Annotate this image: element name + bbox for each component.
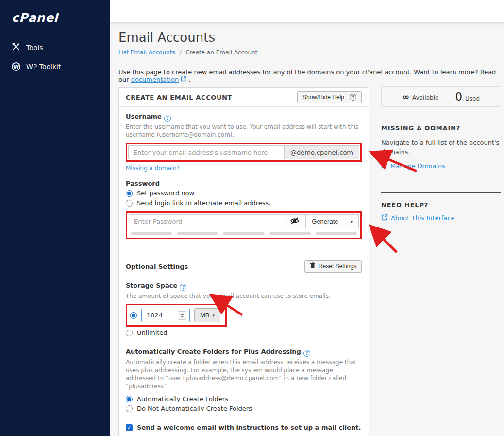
plus-addressing-help-text: Automatically create a folder when this …	[126, 358, 362, 391]
trash-icon	[310, 262, 316, 270]
create-email-account-panel: CREATE AN EMAIL ACCOUNT Show/Hide Help ?…	[118, 87, 369, 436]
optional-settings-title: Optional Settings	[126, 263, 188, 270]
show-hide-help-button[interactable]: Show/Hide Help ?	[297, 91, 362, 103]
about-this-interface-link[interactable]: About This Interface	[381, 214, 454, 222]
chevron-down-icon: ▾	[213, 313, 215, 318]
manage-domains-label: Manage Domains	[390, 162, 445, 170]
radio-send-login-link[interactable]	[126, 200, 133, 207]
generate-password-button[interactable]: Generate	[306, 214, 344, 228]
sidebar-item-tools[interactable]: Tools	[0, 37, 110, 57]
sidebar-item-wp-toolkit[interactable]: W WP Toolkit	[0, 57, 110, 76]
radio-no-auto-create-folders[interactable]	[126, 405, 133, 412]
available-label: Available	[412, 94, 438, 101]
divider	[381, 116, 501, 116]
external-link-icon	[381, 214, 388, 222]
storage-unit-label: MB	[200, 312, 210, 319]
storage-value-field[interactable]	[147, 312, 178, 319]
breadcrumb: List Email Accounts / Create an Email Ac…	[118, 49, 497, 56]
storage-unit-dropdown[interactable]: MB ▾	[194, 308, 220, 322]
chevron-down-icon: ▾	[350, 219, 353, 224]
missing-domain-link[interactable]: Missing a domain?	[126, 165, 180, 172]
number-spinner[interactable]	[178, 311, 186, 320]
storage-size-input[interactable]	[141, 309, 190, 322]
username-help-text: Enter the username that you want to use.…	[126, 123, 362, 140]
welcome-email-option[interactable]: ✓ Send a welcome email with instructions…	[126, 424, 362, 431]
set-password-now-label: Set password now.	[137, 190, 196, 197]
toggle-password-visibility-button[interactable]	[284, 214, 306, 228]
page-title: Email Accounts	[118, 30, 497, 45]
username-annotation-box: @demo.cpanel.com	[126, 143, 362, 162]
intro-after: .	[188, 76, 190, 83]
radio-storage-limited[interactable]	[130, 312, 137, 319]
username-label: Username?	[126, 113, 362, 122]
password-label: Password	[126, 180, 362, 187]
password-input[interactable]	[129, 214, 284, 228]
storage-annotation-box: MB ▾	[126, 304, 227, 327]
question-icon: ?	[303, 350, 310, 357]
intro-text: Use this page to create new email addres…	[118, 69, 497, 83]
top-bar	[110, 0, 504, 22]
missing-domain-text: Navigate to a full list of the account's…	[381, 139, 501, 157]
storage-space-label: Storage Space?	[126, 282, 362, 291]
breadcrumb-current: Create an Email Account	[185, 49, 257, 56]
help-circle-icon: ?	[350, 94, 356, 101]
domain-addon: @demo.cpanel.com	[285, 145, 359, 159]
breadcrumb-separator: /	[179, 49, 181, 56]
used-value: 0	[455, 90, 462, 103]
generate-options-dropdown[interactable]: ▾	[344, 214, 359, 228]
breadcrumb-link-list-email-accounts[interactable]: List Email Accounts	[118, 49, 175, 56]
divider	[381, 192, 501, 193]
unlimited-label: Unlimited	[137, 329, 168, 336]
arrow-to-password	[373, 228, 397, 252]
about-this-interface-label: About This Interface	[391, 214, 454, 222]
welcome-email-checkbox[interactable]: ✓	[126, 424, 133, 431]
reset-settings-label: Reset Settings	[319, 263, 356, 270]
auto-create-folders-option[interactable]: Automatically Create Folders	[126, 395, 362, 402]
infinity-icon: ∞	[403, 92, 409, 102]
generate-label: Generate	[312, 218, 338, 225]
panel-title: CREATE AN EMAIL ACCOUNT	[126, 94, 232, 101]
reset-settings-button[interactable]: Reset Settings	[304, 260, 362, 273]
missing-domain-title: MISSING A DOMAIN?	[381, 124, 501, 132]
need-help-title: NEED HELP?	[381, 201, 501, 209]
radio-set-password-now[interactable]	[126, 190, 133, 197]
sidebar-item-label: Tools	[26, 44, 43, 52]
available-stat: ∞ Available	[403, 92, 439, 102]
tools-icon	[12, 42, 20, 52]
password-strength-meter	[131, 232, 357, 235]
send-login-link-label: Send login link to alternate email addre…	[137, 199, 270, 207]
question-icon: ?	[180, 284, 186, 291]
radio-auto-create-folders[interactable]	[126, 396, 133, 402]
no-auto-create-folders-option[interactable]: Do Not Automatically Create Folders	[126, 405, 362, 412]
wrench-icon	[381, 162, 387, 170]
set-password-now-option[interactable]: Set password now.	[126, 190, 362, 197]
app-sidebar: cPanel Tools W WP Toolkit	[0, 0, 110, 436]
used-stat: 0 Used	[455, 90, 480, 103]
eye-slash-icon	[290, 217, 300, 226]
no-auto-create-folders-label: Do Not Automatically Create Folders	[137, 405, 252, 412]
unlimited-storage-option[interactable]: Unlimited	[126, 329, 362, 336]
show-hide-help-label: Show/Hide Help	[302, 94, 344, 101]
radio-storage-unlimited[interactable]	[126, 330, 133, 336]
cpanel-logo: cPanel	[0, 0, 110, 25]
accounts-usage-box: ∞ Available 0 Used	[381, 86, 501, 107]
sidebar-item-label: WP Toolkit	[26, 63, 61, 70]
welcome-email-label: Send a welcome email with instructions t…	[137, 424, 361, 431]
password-annotation-box: Generate ▾	[126, 211, 362, 239]
documentation-link[interactable]: documentation	[131, 76, 179, 83]
question-icon: ?	[164, 115, 171, 122]
send-login-link-option[interactable]: Send login link to alternate email addre…	[126, 199, 362, 207]
used-label: Used	[465, 95, 480, 102]
wordpress-icon: W	[12, 62, 20, 71]
external-link-icon	[181, 76, 188, 83]
username-input[interactable]	[128, 145, 285, 159]
plus-addressing-label: Automatically Create Folders for Plus Ad…	[126, 348, 362, 357]
storage-help-text: The amount of space that your email acco…	[126, 292, 362, 300]
manage-domains-link[interactable]: Manage Domains	[381, 162, 445, 170]
auto-create-folders-label: Automatically Create Folders	[137, 395, 228, 402]
